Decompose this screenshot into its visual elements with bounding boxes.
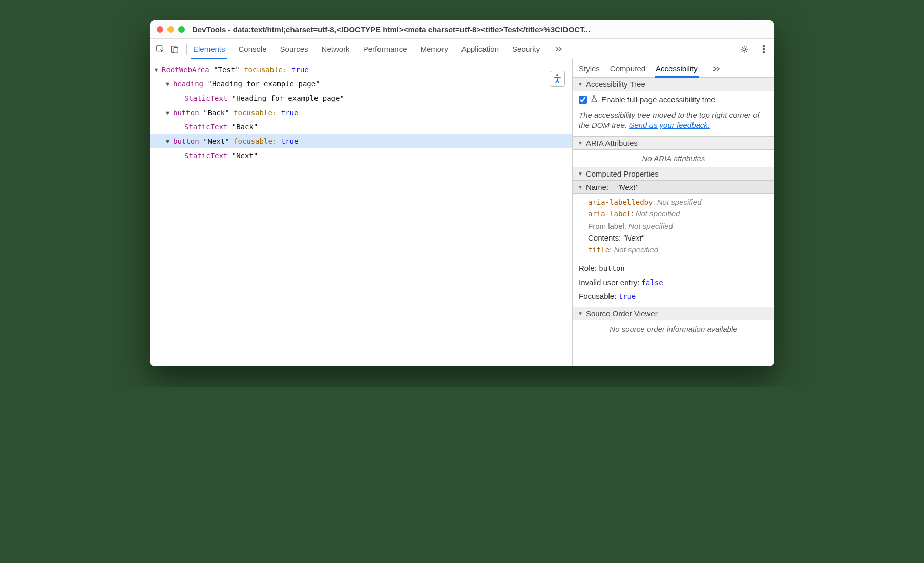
- side-tab-styles[interactable]: Styles: [579, 59, 600, 77]
- computed-property-row: title: Not specified: [588, 244, 768, 256]
- side-tab-computed[interactable]: Computed: [610, 59, 645, 77]
- disclosure-triangle-icon[interactable]: ▼: [153, 67, 160, 73]
- node-name: "Heading for example page": [207, 80, 320, 88]
- computed-name-sources: aria-labelledby: Not specifiedaria-label…: [573, 194, 774, 261]
- section-title: Accessibility Tree: [586, 80, 645, 89]
- window-title: DevTools - data:text/html;charset=utf-8,…: [192, 25, 767, 34]
- name-value: "Next": [617, 183, 638, 191]
- computed-property-row: Contents: "Next": [588, 232, 768, 244]
- tree-moved-hint: The accessibility tree moved to the top …: [573, 108, 774, 136]
- tree-row[interactable]: StaticText "Back": [150, 120, 572, 134]
- chevron-down-icon: ▼: [578, 171, 583, 177]
- svg-point-7: [556, 74, 558, 76]
- prop-value: Not specified: [614, 245, 659, 254]
- node-attr-name: focusable: [244, 66, 283, 74]
- enable-full-tree-label: Enable full-page accessibility tree: [601, 95, 716, 104]
- section-title: Computed Properties: [586, 169, 659, 178]
- enable-full-tree-checkbox[interactable]: [579, 96, 587, 104]
- tab-console[interactable]: Console: [239, 39, 267, 59]
- chevron-down-icon: ▼: [578, 81, 583, 87]
- computed-property-row: aria-labelledby: Not specified: [588, 196, 768, 208]
- tree-row[interactable]: StaticText "Heading for example page": [150, 91, 572, 105]
- node-name: "Back": [232, 123, 258, 131]
- prop-key: title: [588, 246, 610, 254]
- svg-rect-2: [174, 47, 178, 53]
- minimize-window-button[interactable]: [167, 26, 174, 33]
- disclosure-triangle-icon[interactable]: ▼: [164, 81, 171, 88]
- svg-point-4: [763, 45, 764, 47]
- tab-sources[interactable]: Sources: [280, 39, 308, 59]
- role-value: button: [599, 264, 625, 272]
- node-role: StaticText: [184, 123, 227, 131]
- traffic-lights: [157, 26, 185, 33]
- tab-security[interactable]: Security: [512, 39, 540, 59]
- tree-row[interactable]: ▼button "Next" focusable: true: [150, 134, 572, 148]
- more-tabs-icon[interactable]: [553, 44, 564, 55]
- tab-performance[interactable]: Performance: [363, 39, 407, 59]
- experiment-icon: [591, 95, 597, 104]
- kebab-menu-icon[interactable]: [758, 44, 769, 55]
- tree-row[interactable]: ▼RootWebArea "Test" focusable: true: [150, 62, 572, 77]
- prop-value: Not specified: [657, 198, 702, 206]
- toolbar-divider: [186, 44, 187, 55]
- accessibility-tree-button[interactable]: [550, 71, 565, 87]
- zoom-window-button[interactable]: [178, 26, 185, 33]
- computed-name-row[interactable]: ▼ Name: "Next": [573, 181, 774, 194]
- side-tab-strip: Styles Computed Accessibility: [573, 59, 774, 78]
- prop-key: From label:: [588, 222, 626, 230]
- disclosure-triangle-icon[interactable]: ▼: [164, 138, 171, 145]
- node-name: "Test": [214, 66, 240, 74]
- node-attr-name: focusable: [234, 137, 272, 145]
- main-tabs: Elements Console Sources Network Perform…: [193, 39, 736, 59]
- inspect-element-icon[interactable]: [155, 44, 166, 55]
- node-attr-value: true: [281, 137, 299, 145]
- section-title: Source Order Viewer: [586, 309, 658, 318]
- node-name: "Next": [232, 151, 258, 160]
- side-more-tabs-icon[interactable]: [711, 63, 722, 74]
- node-role: button: [173, 137, 199, 145]
- computed-role-row: Role: button: [573, 260, 774, 274]
- disclosure-triangle-icon[interactable]: ▼: [164, 110, 171, 116]
- chevron-down-icon: ▼: [578, 184, 583, 190]
- computed-property-row: From label: Not specified: [588, 220, 768, 232]
- chevron-down-icon: ▼: [578, 140, 583, 146]
- node-name: "Next": [203, 137, 229, 145]
- node-attr-value: true: [281, 109, 299, 117]
- devtools-window: DevTools - data:text/html;charset=utf-8,…: [150, 20, 774, 366]
- main-body: ▼RootWebArea "Test" focusable: true▼head…: [150, 59, 774, 366]
- node-role: RootWebArea: [162, 66, 209, 74]
- tab-elements[interactable]: Elements: [193, 39, 225, 59]
- feedback-link[interactable]: Send us your feedback.: [629, 121, 710, 129]
- close-window-button[interactable]: [157, 26, 163, 33]
- section-accessibility-tree[interactable]: ▼ Accessibility Tree: [573, 78, 774, 91]
- node-attr-value: true: [291, 66, 309, 74]
- computed-focusable-row: Focusable: true: [573, 288, 774, 307]
- tree-row[interactable]: ▼heading "Heading for example page": [150, 77, 572, 91]
- focusable-value: true: [619, 292, 636, 300]
- invalid-label: Invalid user entry:: [579, 278, 639, 287]
- section-aria-attributes[interactable]: ▼ ARIA Attributes: [573, 136, 774, 150]
- device-toggle-icon[interactable]: [169, 44, 180, 55]
- tab-network[interactable]: Network: [322, 39, 350, 59]
- name-label: Name:: [586, 183, 608, 191]
- tab-memory[interactable]: Memory: [421, 39, 448, 59]
- settings-gear-icon[interactable]: [739, 44, 750, 55]
- focusable-label: Focusable:: [579, 292, 616, 300]
- section-computed-properties[interactable]: ▼ Computed Properties: [573, 167, 774, 181]
- accessibility-tree-pane: ▼RootWebArea "Test" focusable: true▼head…: [150, 59, 572, 366]
- svg-point-6: [763, 51, 764, 53]
- tree-container: ▼RootWebArea "Test" focusable: true▼head…: [150, 62, 572, 163]
- computed-property-row: aria-label: Not specified: [588, 208, 768, 220]
- section-source-order-viewer[interactable]: ▼ Source Order Viewer: [573, 307, 774, 320]
- tree-row[interactable]: StaticText "Next": [150, 148, 572, 163]
- prop-key: Contents:: [588, 233, 621, 242]
- source-order-empty-text: No source order information available: [573, 320, 774, 337]
- svg-point-5: [763, 48, 764, 50]
- node-role: StaticText: [184, 151, 227, 160]
- toolbar-right: [739, 44, 769, 55]
- invalid-value: false: [642, 278, 663, 287]
- enable-full-tree-row: Enable full-page accessibility tree: [573, 91, 774, 108]
- side-tab-accessibility[interactable]: Accessibility: [656, 59, 698, 77]
- tree-row[interactable]: ▼button "Back" focusable: true: [150, 105, 572, 120]
- tab-application[interactable]: Application: [461, 39, 499, 59]
